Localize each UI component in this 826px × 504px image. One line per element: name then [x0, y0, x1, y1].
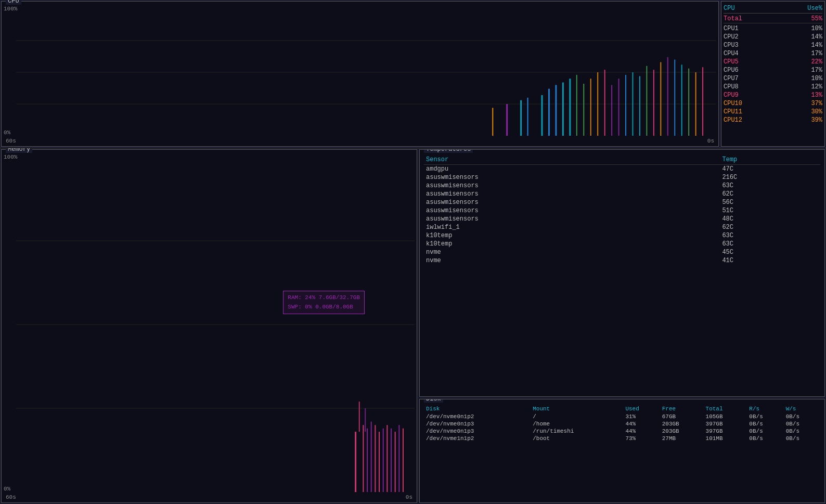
svg-rect-19 [646, 66, 647, 136]
svg-rect-7 [562, 83, 564, 136]
cpu-row: CPU913% [724, 91, 822, 99]
temp-value: 56C [720, 198, 820, 206]
cpu-graph-title: CPU [6, 0, 21, 5]
cpu-rows-container: CPU110%CPU214%CPU314%CPU417%CPU522%CPU61… [724, 24, 822, 124]
temp-header-temp: Temp [720, 155, 820, 165]
svg-rect-26 [695, 72, 696, 136]
disk-header-total: Total [704, 405, 747, 413]
top-section: CPU 100% 0% 60s 0s [0, 0, 826, 148]
temp-value: 41C [720, 256, 820, 265]
disk-panel: Disk Disk Mount Used Free Total R/s W/s [419, 399, 825, 503]
temp-value: 45C [720, 248, 820, 256]
temp-table-row: iwlwifi_162C [424, 223, 820, 231]
disk-row-rs: 0B/s [747, 428, 783, 435]
cpu-row: CPU214% [724, 33, 822, 41]
temp-table-row: k10temp63C [424, 240, 820, 248]
svg-rect-42 [391, 429, 392, 492]
temp-sensor: asuswmisensors [424, 190, 720, 198]
cpu-table-header-cpu: CPU [724, 5, 735, 12]
disk-row-rs: 0B/s [747, 420, 783, 428]
disk-row-free: 203GB [660, 420, 704, 428]
temp-sensor: nvme [424, 256, 720, 265]
mem-graph-canvas [16, 157, 415, 492]
disk-header-free: Free [660, 405, 704, 413]
disk-row-ws: 0B/s [784, 413, 820, 420]
cpu-row-pct: 14% [811, 33, 822, 41]
cpu-row: CPU812% [724, 83, 822, 91]
temp-panel: Temperatures Sensor Temp amdgpu47Casuswm… [419, 149, 825, 397]
temp-sensor: k10temp [424, 231, 720, 240]
cpu-row-pct: 10% [811, 75, 822, 82]
disk-table-row: /dev/nvme0n1p3 /run/timeshi 44% 203GB 39… [424, 428, 820, 435]
disk-table-header-row: Disk Mount Used Free Total R/s W/s [424, 405, 820, 413]
disk-table-row: /dev/nvme0n1p3 /home 44% 203GB 397GB 0B/… [424, 420, 820, 428]
svg-rect-25 [688, 69, 689, 136]
temp-table: Sensor Temp amdgpu47Casuswmisensors216Ca… [424, 155, 820, 265]
temp-table-row: asuswmisensors62C [424, 190, 820, 198]
temp-table-row: asuswmisensors63C [424, 182, 820, 190]
disk-table-row: /dev/nvme1n1p2 /boot 73% 27MB 101MB 0B/s… [424, 435, 820, 442]
disk-row-mount: /run/timeshi [531, 428, 623, 435]
svg-rect-46 [359, 402, 360, 432]
temp-sensor: nvme [424, 248, 720, 256]
cpu-row: CPU110% [724, 24, 822, 33]
cpu-graph-svg [16, 9, 716, 136]
disk-table: Disk Mount Used Free Total R/s W/s /dev/… [424, 405, 820, 442]
disk-row-total: 397GB [704, 428, 747, 435]
svg-rect-36 [367, 429, 368, 492]
cpu-row: CPU417% [724, 49, 822, 58]
svg-rect-38 [375, 425, 376, 492]
svg-rect-28 [492, 108, 493, 136]
temp-sensor: amdgpu [424, 165, 720, 174]
cpu-row-name: CPU10 [724, 100, 742, 107]
temp-table-row: asuswmisensors48C [424, 215, 820, 223]
disk-row-ws: 0B/s [784, 428, 820, 435]
cpu-row-name: CPU8 [724, 83, 739, 91]
cpu-row-name: CPU1 [724, 25, 739, 32]
disk-row-disk: /dev/nvme0n1p3 [424, 420, 531, 428]
svg-rect-34 [355, 432, 356, 492]
disk-row-free: 203GB [660, 428, 704, 435]
mem-graph-label-0: 0% [4, 486, 10, 492]
disk-row-mount: / [531, 413, 623, 420]
svg-rect-8 [569, 79, 571, 136]
disk-row-rs: 0B/s [747, 435, 783, 442]
temp-sensor: asuswmisensors [424, 206, 720, 215]
disk-row-disk: /dev/nvme0n1p3 [424, 428, 531, 435]
temp-value: 216C [720, 173, 820, 182]
svg-rect-43 [395, 432, 396, 492]
temp-sensor: asuswmisensors [424, 173, 720, 182]
temp-value: 62C [720, 190, 820, 198]
disk-row-used: 31% [623, 413, 660, 420]
cpu-row-name: CPU7 [724, 75, 739, 82]
svg-rect-10 [583, 84, 584, 136]
cpu-row-pct: 10% [811, 25, 822, 32]
temp-table-row: amdgpu47C [424, 165, 820, 174]
svg-rect-18 [639, 76, 640, 136]
disk-row-free: 67GB [660, 413, 704, 420]
temp-value: 51C [720, 206, 820, 215]
cpu-row-name: CPU2 [724, 33, 739, 41]
disk-row-used: 44% [623, 420, 660, 428]
cpu-table-header-use: Use% [807, 5, 822, 12]
bottom-section: Memory 100% 0% 60s 0s RAM: 24% 7.6GB/32.… [0, 148, 826, 504]
disk-panel-title: Disk [424, 399, 443, 403]
svg-rect-44 [398, 425, 399, 492]
svg-rect-5 [548, 89, 550, 136]
svg-rect-23 [674, 60, 675, 136]
cpu-total-row: Total 55% [724, 15, 822, 23]
cpu-row: CPU1130% [724, 108, 822, 116]
cpu-table-panel: CPU Use% Total 55% CPU110%CPU214%CPU314%… [721, 1, 825, 147]
temp-panel-content: Sensor Temp amdgpu47Casuswmisensors216Ca… [420, 150, 824, 267]
disk-row-disk: /dev/nvme0n1p2 [424, 413, 531, 420]
temp-value: 63C [720, 182, 820, 190]
main-container: CPU 100% 0% 60s 0s [0, 0, 826, 504]
svg-rect-20 [653, 70, 654, 136]
cpu-row: CPU1037% [724, 99, 822, 108]
mem-graph-svg [16, 157, 415, 492]
svg-rect-35 [363, 425, 364, 492]
temp-sensor: k10temp [424, 240, 720, 248]
mem-graph-label-100: 100% [4, 154, 17, 160]
disk-row-ws: 0B/s [784, 435, 820, 442]
disk-row-total: 105GB [704, 413, 747, 420]
